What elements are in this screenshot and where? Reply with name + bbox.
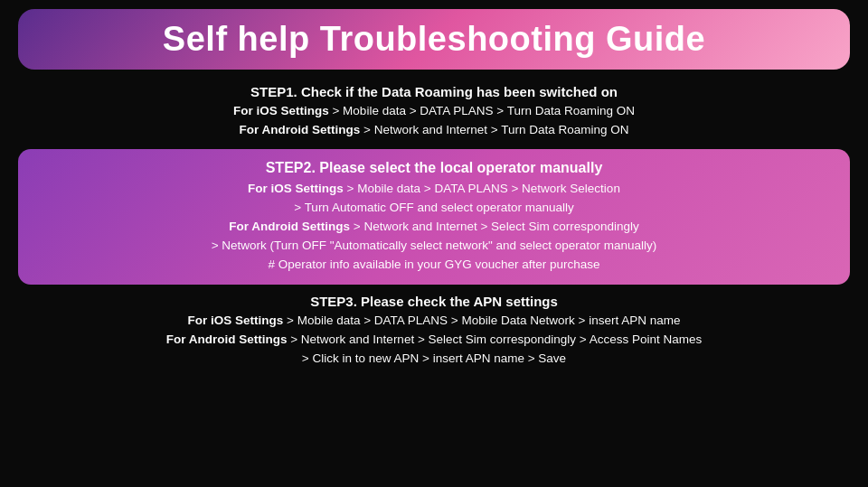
step3-section: STEP3. Please check the APN settings For… <box>18 294 850 369</box>
step3-android-label: For Android Settings <box>166 332 288 346</box>
step3-ios-rest: > Mobile data > DATA PLANS > Mobile Data… <box>283 314 680 327</box>
step1-line1: For iOS Settings > Mobile data > DATA PL… <box>18 102 850 121</box>
step3-android-rest: > Network and Internet > Select Sim corr… <box>287 332 702 346</box>
step2-android-label: For Android Settings <box>229 220 350 233</box>
step3-line2: For Android Settings > Network and Inter… <box>18 331 850 350</box>
step2-line1: For iOS Settings > Mobile data > DATA PL… <box>45 180 823 199</box>
main-title: Self help Troubleshooting Guide <box>163 20 705 58</box>
step1-section: STEP1. Check if the Data Roaming has bee… <box>18 84 850 140</box>
step2-line5: # Operator info available in your GYG vo… <box>45 256 823 275</box>
step1-ios-label: For iOS Settings <box>233 104 329 117</box>
step2-section: STEP2. Please select the local operator … <box>18 149 850 286</box>
step1-android-rest: > Network and Internet > Turn Data Roami… <box>360 123 628 136</box>
step3-heading: STEP3. Please check the APN settings <box>18 294 850 309</box>
step3-line1: For iOS Settings > Mobile data > DATA PL… <box>18 312 850 331</box>
step2-line2: > Turn Automatic OFF and select operator… <box>45 199 823 218</box>
step2-line3: For Android Settings > Network and Inter… <box>45 218 823 237</box>
step1-heading: STEP1. Check if the Data Roaming has bee… <box>18 84 850 99</box>
step2-ios-label: For iOS Settings <box>248 182 344 195</box>
step3-line3: > Click in to new APN > insert APN name … <box>18 350 850 369</box>
step2-line4: > Network (Turn OFF "Automatically selec… <box>45 237 823 256</box>
step3-ios-label: For iOS Settings <box>188 314 284 327</box>
step1-line2: For Android Settings > Network and Inter… <box>18 121 850 140</box>
step2-android-rest: > Network and Internet > Select Sim corr… <box>350 220 639 233</box>
step2-ios-rest: > Mobile data > DATA PLANS > Network Sel… <box>344 182 620 195</box>
step1-ios-rest: > Mobile data > DATA PLANS > Turn Data R… <box>329 104 635 117</box>
title-banner: Self help Troubleshooting Guide <box>18 9 850 70</box>
step2-heading: STEP2. Please select the local operator … <box>45 160 823 176</box>
step1-android-label: For Android Settings <box>240 123 361 136</box>
